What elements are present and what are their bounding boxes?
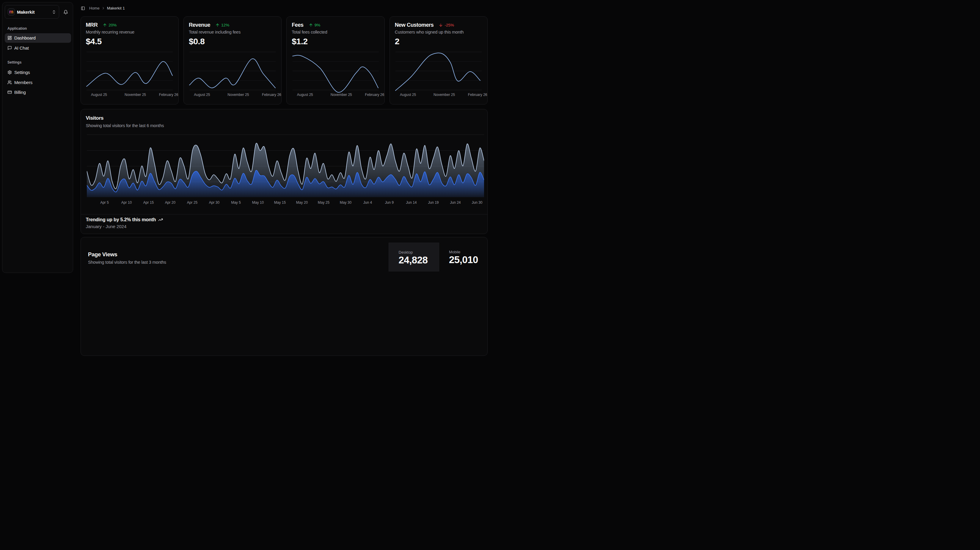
svg-text:m: m xyxy=(9,9,13,14)
